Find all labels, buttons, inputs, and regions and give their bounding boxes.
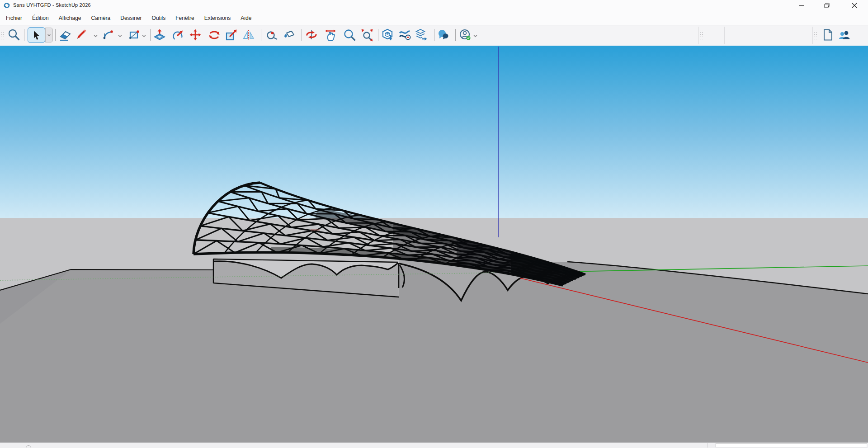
toolbar-grip[interactable] [700, 29, 703, 41]
restore-button[interactable] [816, 0, 837, 11]
zoom-tool-button[interactable] [343, 28, 356, 42]
people-tool-button[interactable] [837, 28, 851, 42]
tape-measure-tool-button[interactable] [265, 28, 278, 42]
toolbar-group-border [856, 27, 856, 44]
follow-me-tool-button[interactable] [171, 28, 185, 42]
help-icon[interactable] [26, 445, 31, 448]
toolbar-separator [55, 29, 56, 41]
account-tool-button[interactable] [458, 28, 472, 42]
menu-affichage[interactable]: Affichage [54, 11, 86, 25]
status-bar [0, 443, 868, 448]
toolbar-group-border [812, 27, 813, 44]
toolbar-separator [378, 29, 378, 41]
paint-bucket-tool-button[interactable] [282, 28, 296, 42]
toolbar-group-border [724, 27, 725, 44]
share-layers-tool-button[interactable] [414, 28, 428, 42]
title-bar: Sans UYHTGFD - SketchUp 2026 [0, 0, 868, 11]
orbit-tool-button[interactable] [305, 28, 318, 42]
3d-warehouse-tool-button[interactable] [381, 28, 394, 42]
menu-camra[interactable]: Caméra [86, 11, 116, 25]
toolbar-separator [302, 29, 302, 41]
menu-extensions[interactable]: Extensions [199, 11, 236, 25]
toolbar-grip[interactable] [814, 29, 817, 41]
measurements-box[interactable] [716, 443, 867, 448]
arc-tool-button[interactable] [101, 28, 115, 42]
pan-tool-button[interactable] [324, 28, 337, 42]
chevron-down-icon [47, 33, 51, 37]
new-document-tool-button[interactable] [821, 28, 835, 42]
toolbar-separator [455, 29, 456, 41]
toolbar-separator [434, 29, 434, 41]
move-tool-button[interactable] [189, 28, 202, 42]
select-arrow-icon [33, 30, 41, 42]
flip-tool-button[interactable] [242, 28, 255, 42]
restore-icon [824, 3, 830, 8]
close-button[interactable] [844, 0, 865, 11]
push-pull-tool-button[interactable] [153, 28, 166, 42]
eraser-tool-button[interactable] [59, 28, 72, 42]
tool-dropdown-chevron[interactable] [118, 32, 123, 37]
minimize-button[interactable] [791, 0, 812, 11]
toolbar-separator [24, 29, 24, 41]
toolbar-grip[interactable] [1, 29, 4, 41]
tool-dropdown-chevron[interactable] [142, 32, 146, 37]
chat-tool-button[interactable] [437, 28, 450, 42]
toolbar-separator [150, 29, 151, 41]
menu-aide[interactable]: Aide [236, 11, 256, 25]
minimize-icon [799, 3, 804, 8]
menu-bar: FichierÉditionAffichageCaméraDessinerOut… [0, 11, 868, 25]
menu-dessiner[interactable]: Dessiner [115, 11, 146, 25]
search-tool-button[interactable] [7, 28, 21, 42]
status-divider [708, 443, 708, 448]
menu-dition[interactable]: Édition [27, 11, 54, 25]
rotate-tool-button[interactable] [208, 28, 221, 42]
menu-outils[interactable]: Outils [147, 11, 171, 25]
tool-dropdown-chevron[interactable] [473, 32, 478, 37]
window-title: Sans UYHTGFD - SketchUp 2026 [13, 2, 91, 8]
line-tool-button[interactable] [74, 28, 88, 42]
zoom-extents-tool-button[interactable] [360, 28, 374, 42]
sketchup-logo-icon [3, 2, 10, 9]
select-tool-active-button[interactable] [28, 27, 45, 43]
toolbar-group-border [698, 27, 699, 44]
scale-tool-button[interactable] [225, 28, 238, 42]
select-tool-dropdown[interactable] [45, 28, 53, 42]
close-icon [852, 3, 857, 8]
tool-dropdown-chevron[interactable] [93, 32, 98, 37]
toolbar [0, 25, 868, 46]
viewport-3d[interactable] [0, 46, 868, 443]
menu-fichier[interactable]: Fichier [1, 11, 27, 25]
extension-warehouse-tool-button[interactable] [398, 28, 411, 42]
toolbar-separator [261, 29, 261, 41]
rectangle-tool-button[interactable] [127, 28, 141, 42]
menu-fentre[interactable]: Fenêtre [170, 11, 199, 25]
